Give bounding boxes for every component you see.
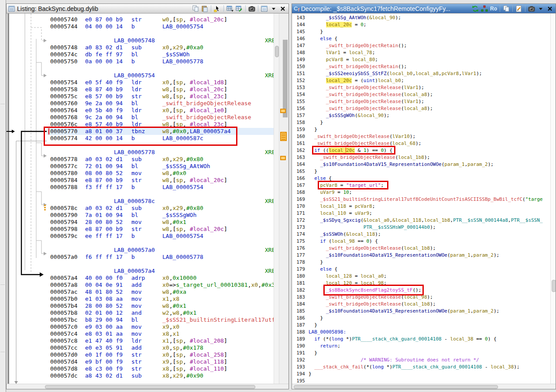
code-line[interactable]: 164 _$s10Foundation4DataV15_Representati… xyxy=(292,161,550,168)
listing-blank-row[interactable] xyxy=(47,240,274,247)
listing-row[interactable]: 000057b428 00 80 52movw8,#0x1 xyxy=(47,303,274,309)
listing-row[interactable]: 000057cce0 e3 05 91addx0,sp,#0x178 xyxy=(47,344,274,351)
code-line[interactable]: 168 uVar9 = 10; xyxy=(292,189,550,196)
copy-icon[interactable] xyxy=(502,5,510,13)
code-line[interactable]: 177 _$s10Foundation4DataV15_Representati… xyxy=(292,252,550,259)
listing-row[interactable]: 00005754e0 5f 40 f9ldrx0,[sp, #local_1d8… xyxy=(47,79,274,86)
listing-row[interactable]: 000057a800 04 0e 91addx0=>s_target_url_0… xyxy=(47,282,274,289)
code-line[interactable]: 162 if ((local_20c & 1) == 0) { xyxy=(292,147,550,154)
code-line[interactable]: 185 _$s10Foundation4DataV15_Representati… xyxy=(292,308,550,315)
code-line[interactable]: 172 _$sSDyq_Sgxcig(&local_a0,&local_118,… xyxy=(292,217,550,224)
xref[interactable]: XREF[: xyxy=(265,268,274,275)
code-line[interactable]: 186 } xyxy=(292,315,550,322)
code-line[interactable]: 170 local_118 = pcVar8; xyxy=(292,203,550,210)
listing-row[interactable]: 000057609e 2a 00 94bl_swift_bridgeObject… xyxy=(47,100,274,107)
listing-row[interactable]: 000057d4e9 bf 00 f9strx9,[sp, #local_118… xyxy=(47,358,274,365)
table-edit-icon[interactable] xyxy=(235,5,243,13)
listing-titlebar[interactable]: Listing: BackSync.debug.dylib xyxy=(7,4,288,14)
code-line[interactable]: 173 PTR__$sSSSHsWP_000144b0); xyxy=(292,224,550,231)
collapsed-panel-strip[interactable] xyxy=(0,0,6,392)
bookmark-marker[interactable] xyxy=(280,109,286,113)
listing-row[interactable]: 0000574404 00 00 14bLAB_00005754 xyxy=(47,23,274,30)
code-line[interactable]: 163 _swift_bridgeObjectRelease(local_1b8… xyxy=(292,154,550,161)
xref[interactable]: XREF[: xyxy=(265,72,274,79)
copy-icon[interactable] xyxy=(192,5,199,13)
code-line[interactable]: 182 _$s8BackSync8sendFlag2toySS_tF(); xyxy=(292,287,550,294)
listing-label-row[interactable]: LAB_0000578cXREF[: xyxy=(47,198,274,205)
bookmark-marker-stack[interactable] xyxy=(280,132,287,141)
xref[interactable]: XREF[: xyxy=(265,247,274,254)
code-line[interactable]: 144 local_20c = 0; xyxy=(292,21,550,28)
close-icon[interactable] xyxy=(279,5,287,13)
dropdown-arrow-icon[interactable] xyxy=(270,5,278,13)
scrollbar-thumb[interactable] xyxy=(275,46,279,57)
listing-row[interactable]: 00005740e0 87 00 b9strw0,[sp, #local_20c… xyxy=(47,16,274,23)
code-line[interactable]: 161 _swift_bridgeObjectRelease(local_68)… xyxy=(292,140,550,147)
listing-row[interactable]: 000057ac48 01 80 52movw8,#0xa xyxy=(47,289,274,296)
close-icon[interactable] xyxy=(546,5,554,13)
listing-row[interactable]: 0000579428 00 80 52movw8,#0x1 xyxy=(47,219,274,226)
paste-icon[interactable] xyxy=(201,5,209,13)
listing-row[interactable]: 000057d8e8 c3 00 f9strx8,[sp, #local_110… xyxy=(47,365,274,372)
listing-label-row[interactable]: LAB_00005778XREF[: xyxy=(47,149,274,156)
listing-row[interactable]: 0000576ce8 57 40 b9ldrw8,[sp, #local_23c… xyxy=(47,121,274,128)
listing-row[interactable]: 00005764e0 5b 40 f9ldrx0,[sp, #local_1e0… xyxy=(47,107,274,114)
listing-row[interactable]: 0000577442 00 00 14bLAB_0000587c xyxy=(47,135,274,142)
listing-row[interactable]: 0000579cee ff ff 17bLAB_00005754 xyxy=(47,233,274,240)
listing-row[interactable]: 00005748a0 83 02 d1subx0,x29,#0xa0 xyxy=(47,44,274,51)
listing-row[interactable]: 000057689c 2a 00 94bl_swift_bridgeObject… xyxy=(47,114,274,121)
decompiler-vertical-scrollbar[interactable] xyxy=(550,14,556,385)
code-line[interactable]: 180 local_128 = local_a0; xyxy=(292,273,550,280)
code-line[interactable]: 176 _swift_bridgeObjectRelease(local_1b8… xyxy=(292,245,550,252)
code-line[interactable]: 153 _swift_bridgeObjectRelease(lVar1); xyxy=(292,84,550,91)
edit-icon[interactable] xyxy=(515,5,523,13)
dropdown-arrow-icon[interactable] xyxy=(537,5,545,13)
code-line[interactable]: 171 local_110 = uVar9; xyxy=(292,210,550,217)
code-line[interactable]: 148 lVar1 = local_78; xyxy=(292,49,550,56)
code-line[interactable]: 175 if (local_98 == 0) { xyxy=(292,238,550,245)
code-line[interactable]: 178 } xyxy=(292,259,550,266)
code-line[interactable]: 143 _$sSSSg_AAtWOh(&local_90); xyxy=(292,14,550,21)
listing-row[interactable]: 000057dca8 43 02 d1subx8,x29,#0x90 xyxy=(47,372,274,379)
listing-label-row[interactable]: LAB_00005748XREF[: xyxy=(47,37,274,44)
code-line[interactable]: 145 } xyxy=(292,28,550,35)
listing-row[interactable]: 000057a0f6 ff ff 17bLAB_00005778 xyxy=(47,254,274,261)
table-import-icon[interactable] xyxy=(226,5,234,13)
listing-row[interactable]: 000057d0e0 1f 00 f9strx0,[sp, #local_258… xyxy=(47,351,274,358)
listing-row[interactable]: 000057500a 00 00 14bLAB_00005778 xyxy=(47,58,274,65)
panel-list-icon[interactable] xyxy=(261,5,268,13)
listing-label-row[interactable]: LAB_00005754XREF[: xyxy=(47,72,274,79)
snapshot-camera-icon[interactable] xyxy=(528,5,535,13)
listing-label-row[interactable]: LAB_000057a0XREF[: xyxy=(47,247,274,254)
listing-vertical-scrollbar[interactable] xyxy=(274,14,279,385)
overview-margin[interactable] xyxy=(279,14,288,385)
listing-row[interactable]: 00005788f3 ff ff 17bLAB_00005754 xyxy=(47,184,274,191)
listing-rows[interactable]: 00005740e0 87 00 b9strw0,[sp, #local_20c… xyxy=(47,14,274,385)
listing-horizontal-scrollbar[interactable] xyxy=(7,384,288,389)
code-line[interactable]: 160 _swift_bridgeObjectRelease(lVar10); xyxy=(292,133,550,140)
code-line[interactable]: 154 _swift_bridgeObjectRelease(local_a8)… xyxy=(292,91,550,98)
code-line[interactable]: 147 _swift_bridgeObjectRetain(); xyxy=(292,42,550,49)
listing-row[interactable]: 000057907a 01 00 94bl_$sSSSgWOh xyxy=(47,212,274,219)
ro-toggle[interactable]: Ro xyxy=(490,5,498,13)
refresh-icon[interactable] xyxy=(471,5,479,13)
listing-row[interactable]: 000057a440 00 00 f0adrpx0,0x10000 xyxy=(47,275,274,282)
listing-row[interactable]: 000057b0e1 03 08 aamovx1,x8 xyxy=(47,296,274,303)
structure-icon[interactable] xyxy=(480,5,488,13)
listing-blank-row[interactable] xyxy=(47,142,274,149)
code-line[interactable]: 155 _swift_bridgeObjectRelease(lVar1); xyxy=(292,98,550,105)
code-line[interactable]: 150 _swift_bridgeObjectRetain(); xyxy=(292,63,550,70)
code-line[interactable]: 174 _$sSSWOh(&local_118); xyxy=(292,231,550,238)
listing-row[interactable]: 00005784e8 87 00 b9strw8,[sp, #local_20c… xyxy=(47,177,274,184)
listing-row[interactable]: 0000578ca0 03 02 d1subx0,x29,#0x80 xyxy=(47,205,274,212)
listing-row[interactable]: 000057c4e8 03 01 aamovx8,x1 xyxy=(47,330,274,337)
bookmark-marker[interactable] xyxy=(280,156,286,160)
listing-blank-row[interactable] xyxy=(47,65,274,72)
xref[interactable]: XREF[: xyxy=(265,198,274,205)
code-line[interactable]: 187 } xyxy=(292,322,550,329)
listing-row[interactable]: 0000574cdb fe ff 97bl_$sSSWOh xyxy=(47,51,274,58)
decompiler-titlebar[interactable]: Cf Decompile: _$s8BackSync17fetchRemoteC… xyxy=(292,4,556,14)
code-line[interactable]: 194} xyxy=(292,371,550,378)
listing-row[interactable]: 0000577c72 01 00 94bl_$sSSSg_AAtWOh xyxy=(47,163,274,170)
xref[interactable]: XREF[: xyxy=(265,37,274,44)
